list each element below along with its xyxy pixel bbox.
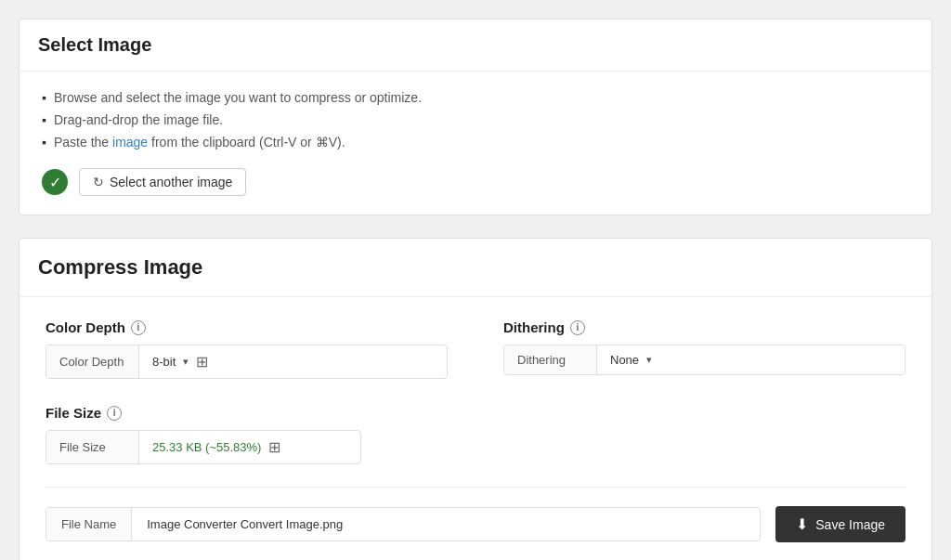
file-size-label-row: File Size i	[46, 405, 905, 421]
filename-cell-value: Image Converter Convert Image.png	[132, 508, 760, 540]
dithering-label-row: Dithering i	[503, 319, 905, 335]
dithering-value: None	[610, 353, 639, 367]
select-image-bullets: Browse and select the image you want to …	[42, 90, 909, 150]
dithering-group: Dithering i Dithering None ▾	[503, 319, 905, 379]
file-size-info-icon[interactable]: i	[107, 406, 122, 421]
color-depth-cell-label: Color Depth	[46, 345, 139, 378]
color-depth-value: 8-bit	[152, 355, 176, 369]
select-image-header: Select Image	[20, 20, 931, 72]
color-depth-label-row: Color Depth i	[46, 319, 448, 335]
color-depth-dropdown-icon[interactable]: ▾	[183, 356, 189, 368]
color-depth-label: Color Depth	[46, 319, 125, 335]
bullet-browse: Browse and select the image you want to …	[42, 90, 909, 105]
download-icon: ⬇	[796, 515, 808, 533]
compress-image-header: Compress Image	[20, 239, 931, 297]
save-image-button[interactable]: ⬇ Save Image	[775, 506, 905, 542]
select-image-body: Browse and select the image you want to …	[20, 72, 931, 215]
file-size-table: File Size 25.33 KB (~55.83%) ⊞	[46, 430, 361, 464]
color-depth-grid-icon[interactable]: ⊞	[196, 353, 208, 371]
compress-image-card: Compress Image Color Depth i Color Depth	[19, 238, 932, 560]
dithering-dropdown-icon[interactable]: ▾	[646, 354, 652, 366]
divider	[46, 487, 905, 488]
filename-table: File Name Image Converter Convert Image.…	[46, 507, 761, 541]
dithering-info-icon[interactable]: i	[570, 320, 585, 335]
compress-image-body: Color Depth i Color Depth 8-bit ▾ ⊞	[20, 297, 931, 560]
file-size-value: 25.33 KB (~55.83%)	[152, 440, 261, 454]
bottom-row: File Name Image Converter Convert Image.…	[46, 506, 905, 542]
refresh-icon: ↻	[93, 175, 104, 189]
select-another-label: Select another image	[110, 175, 232, 189]
bullet-dragdrop: Drag-and-drop the image file.	[42, 112, 909, 127]
select-image-card: Select Image Browse and select the image…	[19, 19, 932, 215]
select-image-title: Select Image	[38, 34, 913, 56]
file-size-cell-value: 25.33 KB (~55.83%) ⊞	[139, 431, 360, 463]
color-depth-info-icon[interactable]: i	[131, 320, 146, 335]
color-depth-cell-value: 8-bit ▾ ⊞	[139, 345, 447, 378]
file-size-label: File Size	[46, 405, 101, 421]
compress-image-title: Compress Image	[38, 255, 913, 280]
file-size-grid-icon[interactable]: ⊞	[268, 438, 280, 456]
paste-highlight: image	[112, 135, 148, 150]
color-depth-table: Color Depth 8-bit ▾ ⊞	[46, 345, 448, 379]
dithering-cell-value: None ▾	[597, 345, 905, 374]
dithering-table: Dithering None ▾	[503, 345, 905, 375]
color-depth-group: Color Depth i Color Depth 8-bit ▾ ⊞	[46, 319, 448, 379]
bullet-paste: Paste the image from the clipboard (Ctrl…	[42, 135, 909, 150]
file-size-cell-label: File Size	[46, 431, 139, 463]
dithering-label: Dithering	[503, 319, 565, 335]
dithering-cell-label: Dithering	[504, 345, 597, 374]
file-size-section: File Size i File Size 25.33 KB (~55.83%)…	[46, 405, 905, 464]
filename-cell-label: File Name	[46, 508, 132, 540]
success-icon: ✓	[42, 169, 68, 195]
filename-value: Image Converter Convert Image.png	[147, 517, 343, 531]
success-row: ✓ ↻ Select another image	[42, 168, 909, 196]
controls-row: Color Depth i Color Depth 8-bit ▾ ⊞	[46, 319, 905, 379]
save-button-label: Save Image	[815, 517, 885, 532]
select-another-button[interactable]: ↻ Select another image	[79, 168, 246, 196]
